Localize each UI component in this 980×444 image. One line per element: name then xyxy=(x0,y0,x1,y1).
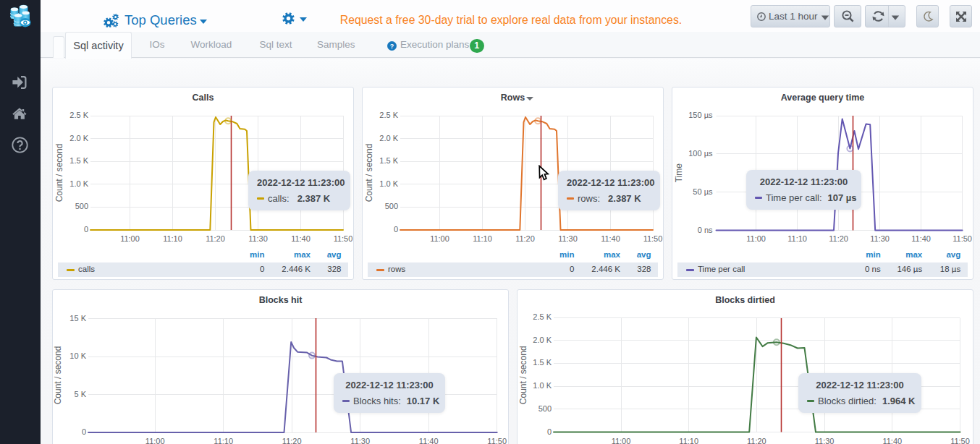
svg-text:0: 0 xyxy=(394,225,398,234)
svg-text:11:10: 11:10 xyxy=(787,234,807,243)
svg-text:11:20: 11:20 xyxy=(515,234,535,243)
svg-text:Time: Time xyxy=(674,163,684,183)
svg-text:0 ns: 0 ns xyxy=(698,226,713,234)
svg-text:11:00: 11:00 xyxy=(120,234,140,243)
svg-text:11:30: 11:30 xyxy=(248,234,268,243)
svg-text:500: 500 xyxy=(385,202,398,210)
svg-text:500: 500 xyxy=(538,404,552,413)
svg-text:2.0 K: 2.0 K xyxy=(69,134,88,142)
svg-text:11:40: 11:40 xyxy=(419,437,439,444)
svg-text:11:00: 11:00 xyxy=(746,234,766,243)
svg-text:11:40: 11:40 xyxy=(911,234,931,243)
svg-text:1.0 K: 1.0 K xyxy=(69,179,88,188)
svg-text:Count / second: Count / second xyxy=(364,144,374,202)
svg-text:150 µs: 150 µs xyxy=(688,111,713,119)
svg-text:11:50: 11:50 xyxy=(643,234,663,243)
svg-text:Count / second: Count / second xyxy=(518,346,528,404)
svg-text:11:00: 11:00 xyxy=(145,437,165,444)
svg-text:1.0 K: 1.0 K xyxy=(379,179,398,188)
svg-text:10 K: 10 K xyxy=(69,351,86,360)
svg-text:11:50: 11:50 xyxy=(334,234,353,243)
svg-text:11:30: 11:30 xyxy=(815,437,835,444)
svg-text:11:00: 11:00 xyxy=(612,437,631,444)
svg-text:11:20: 11:20 xyxy=(747,437,766,444)
svg-text:11:20: 11:20 xyxy=(206,234,225,243)
svg-text:11:50: 11:50 xyxy=(952,234,972,243)
svg-text:?: ? xyxy=(390,42,394,49)
svg-text:1.0 K: 1.0 K xyxy=(533,381,552,390)
svg-text:Count / second: Count / second xyxy=(53,346,63,405)
svg-text:11:10: 11:10 xyxy=(163,234,182,243)
svg-text:11:40: 11:40 xyxy=(882,437,902,444)
svg-text:2.5 K: 2.5 K xyxy=(379,111,398,119)
svg-text:2.5 K: 2.5 K xyxy=(533,312,552,321)
svg-text:15 K: 15 K xyxy=(69,314,86,323)
svg-text:11:30: 11:30 xyxy=(350,437,370,444)
svg-text:11:20: 11:20 xyxy=(282,437,302,444)
svg-text:11:30: 11:30 xyxy=(870,234,890,243)
svg-text:11:30: 11:30 xyxy=(558,234,578,243)
svg-text:11:40: 11:40 xyxy=(291,234,311,243)
svg-text:50 µs: 50 µs xyxy=(693,187,713,196)
svg-text:11:10: 11:10 xyxy=(473,234,492,243)
svg-text:500: 500 xyxy=(75,202,88,210)
svg-text:11:40: 11:40 xyxy=(601,234,620,243)
svg-text:5 K: 5 K xyxy=(74,390,86,398)
svg-text:1.5 K: 1.5 K xyxy=(69,156,88,165)
svg-text:2.5 K: 2.5 K xyxy=(69,111,88,119)
svg-text:11:10: 11:10 xyxy=(214,437,233,444)
svg-text:0: 0 xyxy=(82,427,86,436)
svg-text:1.5 K: 1.5 K xyxy=(379,156,398,165)
svg-text:0: 0 xyxy=(84,225,88,234)
svg-text:11:10: 11:10 xyxy=(679,437,698,444)
svg-text:11:20: 11:20 xyxy=(829,234,848,243)
svg-text:2.0 K: 2.0 K xyxy=(379,134,398,142)
svg-text:11:00: 11:00 xyxy=(430,234,449,243)
svg-text:1.5 K: 1.5 K xyxy=(533,358,552,367)
svg-text:2.0 K: 2.0 K xyxy=(533,336,552,344)
svg-text:0: 0 xyxy=(547,427,552,436)
svg-text:Count / second: Count / second xyxy=(54,144,64,202)
svg-text:11:50: 11:50 xyxy=(487,437,507,444)
svg-text:11:50: 11:50 xyxy=(950,437,970,444)
svg-text:100 µs: 100 µs xyxy=(688,149,713,158)
